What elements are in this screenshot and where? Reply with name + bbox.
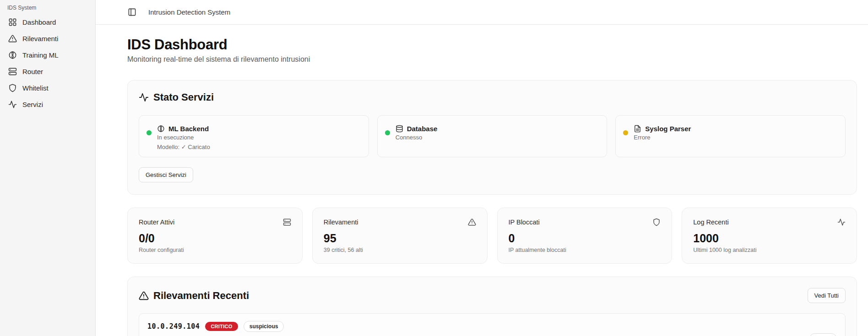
stat-value: 0/0	[139, 232, 291, 245]
services-title-text: Stato Servizi	[153, 91, 214, 103]
stat-value: 0	[509, 232, 661, 245]
stat-label: Rilevamenti	[324, 219, 358, 226]
alert-triangle-icon	[468, 218, 476, 226]
sidebar-item-label: Router	[22, 68, 43, 75]
sidebar-item-rilevamenti[interactable]: Rilevamenti	[6, 30, 89, 47]
shield-icon	[8, 84, 17, 92]
sidebar-item-label: Whitelist	[22, 84, 49, 92]
detections-title-text: Rilevamenti Recenti	[153, 290, 249, 302]
status-dot-green	[146, 130, 152, 135]
detections-header: Rilevamenti Recenti Vedi Tutti	[139, 288, 846, 303]
category-badge: suspicious	[244, 321, 284, 332]
brain-icon	[8, 51, 17, 59]
stat-sublabel: 39 critici, 56 alti	[324, 247, 476, 253]
stat-card-rilevamenti: Rilevamenti 95 39 critici, 56 alti	[312, 208, 488, 264]
layout-grid-icon	[8, 18, 17, 27]
service-name-row: Syslog Parser	[634, 125, 691, 133]
service-status: Errore	[634, 134, 691, 141]
services-grid: ML Backend In esecuzione Modello: ✓ Cari…	[139, 115, 846, 157]
stat-label: Router Attivi	[139, 219, 174, 226]
service-card-ml-backend: ML Backend In esecuzione Modello: ✓ Cari…	[139, 115, 369, 157]
alert-triangle-icon	[8, 34, 17, 43]
file-text-icon	[634, 125, 641, 133]
service-name-row: Database	[396, 125, 438, 133]
manage-services-button[interactable]: Gestisci Servizi	[139, 167, 193, 182]
stat-sublabel: IP attualmente bloccati	[509, 247, 661, 253]
activity-icon	[8, 100, 17, 109]
stat-card-ip-bloccati: IP Bloccati 0 IP attualmente bloccati	[497, 208, 673, 264]
sidebar-group-label: IDS System	[6, 4, 89, 14]
sidebar-toggle-button[interactable]	[128, 8, 136, 16]
service-name-row: ML Backend	[157, 125, 210, 133]
stat-value: 1000	[693, 232, 846, 245]
sidebar-item-label: Training ML	[22, 51, 59, 59]
detection-ip: 10.0.249.104	[147, 322, 200, 331]
sidebar-item-training-ml[interactable]: Training ML	[6, 47, 89, 63]
brain-icon	[157, 125, 165, 133]
severity-badge: CRITICO	[205, 322, 238, 331]
sidebar-item-label: Servizi	[22, 101, 43, 108]
service-card-database: Database Connesso	[377, 115, 608, 157]
sidebar-item-router[interactable]: Router	[6, 63, 89, 80]
service-status: In esecuzione	[157, 134, 210, 141]
service-name: Database	[407, 125, 438, 133]
app-title: Intrusion Detection System	[148, 8, 230, 16]
stat-label: IP Bloccati	[509, 219, 540, 226]
page-title: IDS Dashboard	[127, 37, 857, 53]
sidebar-item-label: Rilevamenti	[22, 35, 58, 43]
sidebar: IDS System Dashboard Rilevamenti Trainin…	[0, 0, 96, 336]
stat-card-log-recenti: Log Recenti 1000 Ultimi 1000 log analizz…	[682, 208, 857, 264]
service-detail: Modello: ✓ Caricato	[157, 144, 210, 150]
shield-icon	[652, 218, 661, 226]
stat-card-router-attivi: Router Attivi 0/0 Router configurati	[127, 208, 303, 264]
top-header: Intrusion Detection System	[96, 0, 868, 25]
server-icon	[283, 218, 291, 226]
stat-sublabel: Router configurati	[139, 247, 291, 253]
service-name: Syslog Parser	[645, 125, 691, 133]
page-subtitle: Monitoring real-time del sistema di rile…	[127, 55, 857, 64]
service-status: Connesso	[396, 134, 438, 141]
status-dot-green	[385, 130, 390, 135]
detection-row-main: 10.0.249.104 CRITICO suspicious Burst an…	[147, 321, 284, 336]
server-icon	[8, 67, 17, 76]
service-card-syslog-parser: Syslog Parser Errore	[615, 115, 846, 157]
stats-row: Router Attivi 0/0 Router configurati Ril…	[127, 208, 857, 264]
service-name: ML Backend	[168, 125, 209, 133]
detection-state-badge: Attivo	[809, 333, 837, 336]
sidebar-item-label: Dashboard	[22, 18, 56, 26]
detections-section-title: Rilevamenti Recenti	[139, 290, 249, 302]
recent-detections-card: Rilevamenti Recenti Vedi Tutti 10.0.249.…	[127, 277, 857, 336]
main-area: Intrusion Detection System IDS Dashboard…	[96, 0, 868, 336]
panel-left-icon	[128, 8, 136, 16]
detection-row: 10.0.249.104 CRITICO suspicious Burst an…	[139, 313, 846, 336]
app-root: IDS System Dashboard Rilevamenti Trainin…	[0, 0, 868, 336]
stat-label: Log Recenti	[693, 219, 728, 226]
alert-triangle-icon	[139, 291, 149, 301]
sidebar-item-dashboard[interactable]: Dashboard	[6, 14, 89, 30]
sidebar-item-servizi[interactable]: Servizi	[6, 96, 89, 112]
sidebar-item-whitelist[interactable]: Whitelist	[6, 80, 89, 96]
view-all-button[interactable]: Vedi Tutti	[808, 288, 846, 303]
services-section-title: Stato Servizi	[139, 91, 846, 103]
stat-value: 95	[324, 232, 476, 245]
content-scroll-area[interactable]: IDS Dashboard Monitoring real-time del s…	[96, 25, 868, 336]
services-status-card: Stato Servizi ML Backend In esecuzione M…	[127, 80, 857, 195]
activity-icon	[837, 218, 846, 226]
database-icon	[396, 125, 403, 133]
detection-identity-row: 10.0.249.104 CRITICO suspicious	[147, 321, 284, 332]
stat-sublabel: Ultimi 1000 log analizzati	[693, 247, 846, 253]
status-dot-yellow	[623, 130, 628, 135]
activity-icon	[139, 92, 149, 102]
